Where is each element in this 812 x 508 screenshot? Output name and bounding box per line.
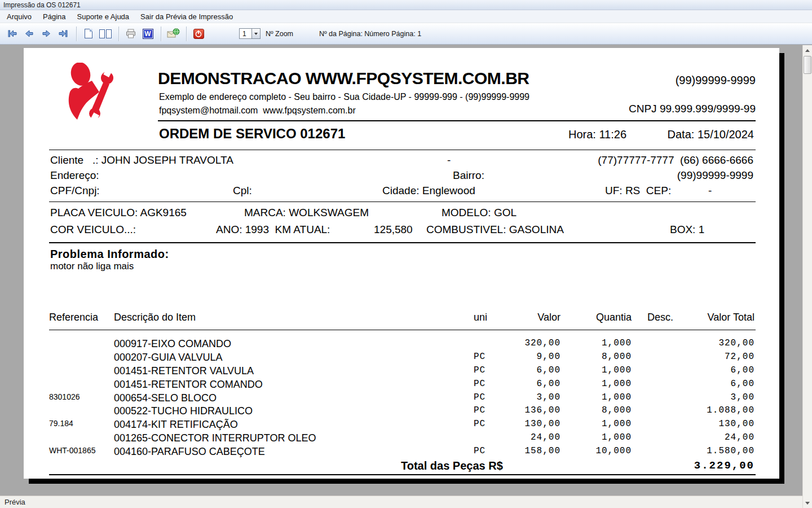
item-uni: PC bbox=[474, 405, 486, 415]
total-label: Total das Peças R$ bbox=[401, 459, 503, 472]
item-valor-total: 6,00 bbox=[664, 365, 754, 375]
item-valor-total: 3,00 bbox=[664, 392, 754, 402]
divider bbox=[158, 120, 756, 121]
header-referencia: Referencia bbox=[49, 312, 98, 323]
order-data: Data: 15/10/2024 bbox=[668, 128, 754, 141]
item-quantia: 8,000 bbox=[564, 352, 632, 362]
power-icon bbox=[193, 29, 204, 39]
item-descricao: 001265-CONECTOR INTERRUPTOR OLEO bbox=[114, 432, 316, 444]
table-row: 001451-RETENTOR COMANDO PC 6,00 1,000 6,… bbox=[24, 378, 779, 391]
menu-item[interactable]: Suporte e Ajuda bbox=[72, 11, 135, 22]
prev-page-icon bbox=[24, 29, 34, 38]
toolbar-separator bbox=[76, 27, 77, 41]
status-text: Prévia bbox=[5, 498, 25, 506]
total-value: 3.229,00 bbox=[664, 459, 754, 472]
titlebar: Impressão da OS 012671 bbox=[0, 0, 812, 10]
table-row: 000917-EIXO COMANDO 320,00 1,000 320,00 bbox=[24, 337, 779, 351]
single-page-view-button[interactable] bbox=[81, 26, 96, 42]
table-row: WHT-001865 004160-PARAFUSO CABEÇOTE PC 1… bbox=[24, 445, 779, 458]
chevron-down-icon bbox=[254, 33, 258, 35]
item-valor: 3,00 bbox=[492, 392, 561, 402]
scrollbar-thumb[interactable] bbox=[804, 56, 811, 74]
zoom-value: 1 bbox=[240, 29, 251, 38]
item-valor: 320,00 bbox=[492, 338, 561, 348]
window-title: Impressão da OS 012671 bbox=[3, 1, 81, 9]
item-valor-total: 1.580,00 bbox=[664, 446, 754, 456]
arrow-down-icon bbox=[805, 502, 810, 505]
items-table-header: Referencia Descrição do Item uni Valor Q… bbox=[24, 310, 779, 324]
toolbar-separator bbox=[186, 27, 187, 41]
table-row: 001265-CONECTOR INTERRUPTOR OLEO 24,00 1… bbox=[24, 431, 779, 445]
client-uf-cep: UF: RS CEP: bbox=[605, 185, 671, 197]
item-quantia: 1,000 bbox=[564, 419, 632, 429]
prev-page-button[interactable] bbox=[21, 26, 37, 42]
item-descricao: 000917-EIXO COMANDO bbox=[114, 338, 231, 350]
client-name: Cliente .: JOHN JOSEPH TRAVOLTA bbox=[50, 154, 233, 167]
zoom-dropdown-button[interactable] bbox=[251, 29, 260, 38]
print-button[interactable] bbox=[123, 26, 139, 42]
first-page-button[interactable] bbox=[5, 26, 20, 42]
vertical-scrollbar[interactable] bbox=[802, 45, 812, 508]
send-email-button[interactable] bbox=[165, 26, 181, 42]
divider bbox=[49, 202, 756, 202]
header-uni: uni bbox=[474, 312, 487, 323]
toolbar-separator bbox=[118, 27, 119, 41]
order-title: ORDEM DE SERVICO 012671 bbox=[159, 126, 345, 142]
item-uni: PC bbox=[474, 392, 486, 402]
item-valor: 158,00 bbox=[492, 446, 561, 456]
next-page-button[interactable] bbox=[38, 26, 54, 42]
item-valor: 130,00 bbox=[492, 419, 561, 429]
vehicle-box: BOX: 1 bbox=[670, 224, 704, 236]
vehicle-combustivel: COMBUSTIVEL: GASOLINA bbox=[426, 224, 564, 236]
client-cidade: Cidade: Englewood bbox=[382, 185, 475, 197]
document-page: DEMONSTRACAO WWW.FPQSYSTEM.COM.BR (99)99… bbox=[24, 48, 779, 479]
table-row: 001451-RETENTOR VALVULA PC 6,00 1,000 6,… bbox=[24, 364, 779, 378]
two-page-view-button[interactable] bbox=[98, 26, 113, 42]
company-logo-icon bbox=[65, 63, 121, 122]
item-quantia: 1,000 bbox=[564, 365, 632, 375]
problem-label: Problema Informado: bbox=[50, 248, 169, 261]
client-endereco-label: Endereço: bbox=[50, 169, 99, 182]
zoom-select[interactable]: 1 bbox=[239, 28, 261, 39]
menubar: Arquivo Página Suporte e Ajuda Sair da P… bbox=[0, 10, 812, 23]
vehicle-km-value: 125,580 bbox=[374, 224, 413, 236]
item-quantia: 1,000 bbox=[564, 392, 632, 402]
menu-item[interactable]: Arquivo bbox=[1, 11, 37, 22]
vehicle-cor: COR VEICULO...: bbox=[50, 224, 136, 236]
table-row: 79.184 004174-KIT RETIFICAÇÃO PC 130,00 … bbox=[24, 418, 779, 431]
item-uni: PC bbox=[474, 352, 486, 362]
item-quantia: 1,000 bbox=[564, 338, 632, 348]
arrow-up-icon bbox=[805, 49, 810, 52]
client-bairro-label: Bairro: bbox=[453, 169, 484, 182]
scroll-down-button[interactable] bbox=[803, 498, 812, 507]
item-descricao: 000654-SELO BLOCO bbox=[114, 392, 217, 404]
scroll-up-button[interactable] bbox=[803, 46, 812, 55]
divider bbox=[49, 150, 756, 150]
company-phone: (99)99999-9999 bbox=[676, 74, 756, 87]
zoom-label: Nº Zoom bbox=[266, 30, 293, 38]
close-preview-button[interactable] bbox=[191, 26, 206, 42]
client-cep-value: - bbox=[708, 185, 712, 197]
item-valor: 136,00 bbox=[492, 405, 561, 415]
export-word-button[interactable]: W bbox=[140, 26, 156, 42]
item-uni: PC bbox=[474, 419, 486, 429]
problem-text: motor não liga mais bbox=[50, 261, 134, 272]
header-quantia: Quantia bbox=[564, 312, 632, 323]
menu-item[interactable]: Sair da Prévia de Impressão bbox=[135, 11, 239, 22]
toolbar-separator bbox=[161, 27, 161, 41]
menu-item[interactable]: Página bbox=[37, 11, 71, 22]
item-referencia: WHT-001865 bbox=[49, 446, 95, 455]
divider bbox=[49, 242, 756, 243]
divider bbox=[49, 330, 756, 330]
header-valor-total: Valor Total bbox=[664, 312, 754, 323]
item-valor-total: 130,00 bbox=[664, 419, 754, 429]
item-valor-total: 24,00 bbox=[664, 432, 754, 443]
two-page-icon bbox=[99, 29, 112, 38]
item-referencia: 79.184 bbox=[49, 419, 73, 428]
email-globe-icon bbox=[167, 28, 180, 39]
last-page-button[interactable] bbox=[55, 26, 71, 42]
item-valor-total: 6,00 bbox=[664, 379, 754, 389]
item-descricao: 001451-RETENTOR COMANDO bbox=[114, 379, 263, 391]
item-descricao: 004160-PARAFUSO CABEÇOTE bbox=[114, 446, 265, 458]
company-cnpj: CNPJ 99.999.999/9999-99 bbox=[629, 103, 756, 115]
